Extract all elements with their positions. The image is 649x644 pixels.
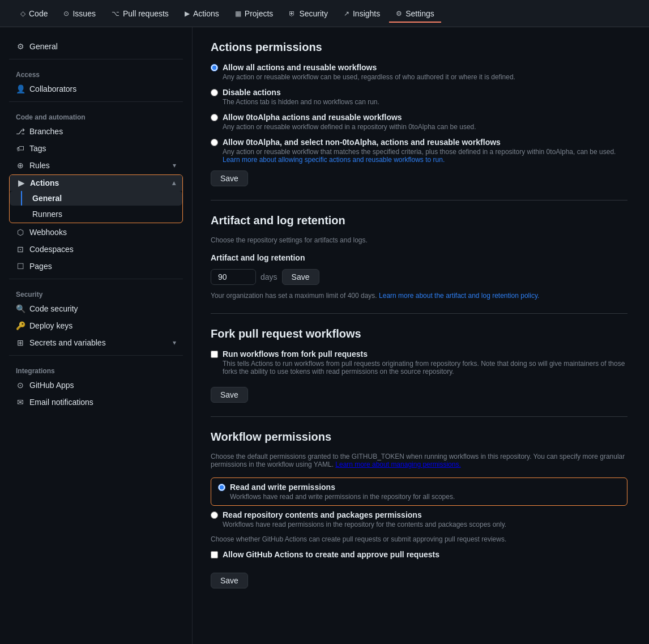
workflow-radio2-desc: Workflows have read permissions in the r… [223, 521, 506, 528]
sidebar-item-actions[interactable]: ▶ Actions ▴ [10, 175, 182, 191]
sidebar: ⚙ General Access 👤 Collaborators Code an… [0, 27, 193, 644]
sidebar-item-tags[interactable]: 🏷 Tags [9, 140, 183, 156]
nav-settings[interactable]: ⚙ Settings [389, 5, 441, 23]
divider-2 [211, 313, 627, 314]
artifact-title: Artifact and log retention [211, 214, 627, 227]
radio-disable-input[interactable] [211, 89, 218, 96]
radio-allow-all-label: Allow all actions and reusable workflows [223, 63, 515, 72]
fork-checkbox-input[interactable] [211, 351, 218, 358]
rules-chevron-icon: ▾ [173, 161, 176, 169]
sidebar-divider-3 [9, 279, 183, 279]
radio-allow-select-label: Allow 0toAlpha, and select non-0toAlpha,… [223, 138, 627, 147]
radio-allow-0toalpha-desc: Any action or reusable workflow defined … [223, 123, 476, 131]
email-icon: ✉ [16, 398, 25, 407]
actions-permissions-title: Actions permissions [211, 41, 627, 54]
sidebar-divider-1 [9, 59, 183, 59]
access-section-label: Access [9, 64, 183, 81]
top-nav: ◇ Code ⊙ Issues ⌥ Pull requests ▶ Action… [0, 0, 649, 27]
sidebar-item-github-apps[interactable]: ⊙ GitHub Apps [9, 377, 183, 393]
days-suffix: days [261, 272, 277, 282]
artifact-desc: Choose the repository settings for artif… [211, 236, 627, 244]
sidebar-sub-item-runners[interactable]: Runners [10, 207, 182, 221]
branches-icon: ⎇ [16, 127, 25, 136]
workflow-radio2-input[interactable] [211, 511, 218, 519]
radio-allow-0toalpha-label: Allow 0toAlpha actions and reusable work… [223, 113, 476, 122]
actions-permissions-save-button[interactable]: Save [211, 170, 248, 186]
nav-pull-requests[interactable]: ⌥ Pull requests [105, 5, 176, 23]
security-icon: ⛨ [289, 10, 296, 18]
secrets-chevron-icon: ▾ [173, 339, 176, 347]
workflow-radio1-desc: Workflows have read and write permission… [230, 493, 455, 501]
artifact-input-row: days Save [211, 269, 627, 285]
codespaces-icon: ⊡ [16, 245, 25, 254]
artifact-learn-more-link[interactable]: Learn more about the artifact and log re… [379, 292, 539, 300]
main-content: Actions permissions Allow all actions an… [193, 27, 646, 644]
workflow-radio1-box: Read and write permissions Workflows hav… [211, 477, 627, 506]
fork-checkbox-label: Run workflows from fork pull requests [223, 349, 627, 359]
sidebar-item-codespaces[interactable]: ⊡ Codespaces [9, 241, 183, 257]
settings-icon: ⚙ [396, 10, 402, 18]
key-icon: 🔑 [16, 321, 25, 330]
artifact-save-button[interactable]: Save [282, 269, 319, 285]
workflow-learn-more-link[interactable]: Learn more about managing permissions. [335, 460, 460, 468]
sidebar-item-branches[interactable]: ⎇ Branches [9, 123, 183, 139]
workflow-title: Workflow permissions [211, 430, 627, 443]
workflow-save-button[interactable]: Save [211, 573, 248, 588]
sidebar-item-code-security[interactable]: 🔍 Code security [9, 301, 183, 317]
artifact-days-input[interactable] [211, 269, 256, 285]
artifact-info: Your organization has set a maximum limi… [211, 292, 627, 300]
code-automation-section-label: Code and automation [9, 106, 183, 123]
sidebar-item-general[interactable]: ⚙ General [9, 39, 183, 54]
nav-actions[interactable]: ▶ Actions [178, 5, 226, 23]
pr-icon: ⌥ [112, 10, 119, 18]
sidebar-item-collaborators[interactable]: 👤 Collaborators [9, 81, 183, 97]
fork-checkbox-desc: This tells Actions to run workflows from… [223, 360, 627, 376]
radio-allow-all: Allow all actions and reusable workflows… [211, 63, 627, 81]
sidebar-item-deploy-keys[interactable]: 🔑 Deploy keys [9, 318, 183, 334]
gear-icon: ⚙ [16, 42, 25, 51]
nav-code[interactable]: ◇ Code [14, 5, 54, 23]
security-section-label: Security [9, 284, 183, 301]
sidebar-item-webhooks[interactable]: ⬡ Webhooks [9, 224, 183, 240]
issues-icon: ⊙ [63, 10, 69, 18]
nav-security[interactable]: ⛨ Security [282, 5, 335, 23]
radio-allow-all-input[interactable] [211, 64, 218, 71]
nav-projects[interactable]: ▦ Projects [228, 5, 280, 23]
actions-nav-icon: ▶ [16, 178, 25, 187]
radio-allow-0toalpha: Allow 0toAlpha actions and reusable work… [211, 113, 627, 131]
workflow-radio1-input[interactable] [218, 484, 225, 491]
divider-1 [211, 200, 627, 201]
workflow-pr-checkbox-label: Allow GitHub Actions to create and appro… [223, 550, 439, 559]
radio-allow-select-input[interactable] [211, 139, 218, 146]
insights-icon: ↗ [344, 10, 349, 18]
radio-disable-label: Disable actions [223, 88, 379, 97]
sidebar-sub-item-general[interactable]: General [10, 191, 182, 206]
workflow-radio1-label: Read and write permissions [230, 483, 455, 492]
radio-allow-select: Allow 0toAlpha, and select non-0toAlpha,… [211, 138, 627, 164]
divider-3 [211, 416, 627, 417]
sidebar-item-secrets-variables[interactable]: ⊞ Secrets and variables ▾ [9, 335, 183, 351]
workflow-pr-checkbox-input[interactable] [211, 551, 218, 558]
sidebar-item-email-notifications[interactable]: ✉ Email notifications [9, 394, 183, 410]
workflow-radio2-label: Read repository contents and packages pe… [223, 510, 506, 519]
actions-chevron-icon: ▴ [172, 179, 176, 187]
workflow-desc: Choose the default permissions granted t… [211, 453, 627, 468]
person-icon: 👤 [16, 84, 25, 93]
radio-allow-0toalpha-input[interactable] [211, 114, 218, 121]
integrations-section-label: Integrations [9, 360, 183, 377]
tag-icon: 🏷 [16, 144, 25, 153]
rules-icon: ⊕ [16, 161, 25, 170]
fork-save-button[interactable]: Save [211, 387, 248, 403]
fork-checkbox-option: Run workflows from fork pull requests Th… [211, 349, 627, 376]
sidebar-item-pages[interactable]: ☐ Pages [9, 258, 183, 274]
github-apps-icon: ⊙ [16, 381, 25, 390]
nav-issues[interactable]: ⊙ Issues [57, 5, 102, 23]
sidebar-divider-2 [9, 101, 183, 102]
workflow-radio2-option: Read repository contents and packages pe… [211, 510, 627, 528]
fork-title: Fork pull request workflows [211, 327, 627, 340]
workflow-radio1-option: Read and write permissions Workflows hav… [218, 483, 620, 501]
nav-insights[interactable]: ↗ Insights [337, 5, 387, 23]
sidebar-item-rules[interactable]: ⊕ Rules ▾ [9, 157, 183, 173]
radio4-learn-more-link[interactable]: Learn more about allowing specific actio… [223, 156, 445, 164]
workflow-pr-checkbox-option: Allow GitHub Actions to create and appro… [211, 550, 627, 559]
